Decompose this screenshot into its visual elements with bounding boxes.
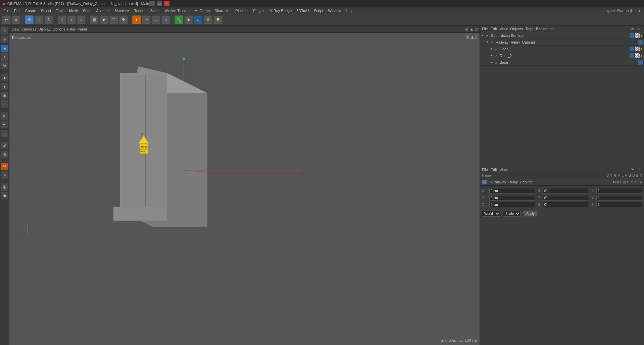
pos-z-field[interactable]: 0 cm (489, 202, 535, 207)
menu-snap[interactable]: Snap (81, 8, 94, 13)
menu-simulate[interactable]: Simulate (112, 8, 131, 13)
nav-fit-icon[interactable]: ⊕ (465, 34, 469, 40)
display-settings[interactable]: ⊞ (204, 15, 212, 24)
left-paint-tool[interactable]: 🖌 (1, 141, 9, 150)
nav-maximize-icon[interactable]: □ (476, 34, 478, 40)
move-tool[interactable]: ✛ (25, 15, 34, 24)
left-effector-tool[interactable]: ⊛ (1, 171, 9, 179)
scale-tool[interactable]: ↔ (35, 15, 43, 24)
menu-animate[interactable]: Animate (94, 8, 112, 13)
edges-mode[interactable]: ⋯ (142, 15, 151, 24)
obj-row-door1[interactable]: ▶ △ Door_1 ● (480, 46, 644, 52)
scale-x-field[interactable]: 1 (596, 188, 642, 193)
close-button[interactable]: ✕ (164, 1, 170, 6)
left-rotate-tool[interactable]: ↻ (1, 62, 9, 70)
left-spline-tool[interactable]: 〜 (1, 121, 9, 129)
snapping-button[interactable]: 🔧 (175, 15, 183, 24)
maximize-button[interactable]: □ (156, 1, 162, 6)
light-button[interactable]: 💡 (213, 15, 222, 24)
menu-select[interactable]: Select (39, 8, 53, 13)
menu-vray[interactable]: V-Ray Bridge (268, 8, 294, 13)
menu-tools[interactable]: Tools (54, 8, 66, 13)
viewport-3d[interactable]: Danger ELECTRIC SHOCK ⚡ (9, 33, 480, 345)
left-light-tool[interactable]: ◉ (1, 91, 9, 99)
menu-edit[interactable]: Edit (12, 8, 22, 13)
vp-menu-cameras[interactable]: Cameras (21, 27, 37, 31)
undo-button[interactable]: ↩ (2, 15, 11, 24)
rot-p-field[interactable]: 0° (543, 195, 589, 200)
scale-y-field[interactable]: 1 (596, 195, 642, 200)
menu-character[interactable]: Character (212, 8, 233, 13)
menu-create[interactable]: Create (23, 8, 38, 13)
viewport-shading[interactable]: □ (194, 15, 203, 24)
omgr-menu-bookmarks[interactable]: Bookmarks (536, 27, 554, 31)
viewport-icon-lock[interactable]: ⊕ (465, 27, 468, 32)
menu-pipeline[interactable]: Pipeline (233, 8, 250, 13)
render-active-view-button[interactable]: ▶ (100, 15, 108, 24)
attr-selected-object-row[interactable]: ⊕ Railway_Relay_Cabinet ✉ ⊞ ⊡ ◫ ⊟ ↗ ◁ ⊡ … (480, 178, 644, 186)
left-sphere-tool[interactable]: ● (1, 82, 9, 91)
nav-zoom-icon[interactable]: ▲ (470, 34, 475, 40)
attr-icon-2[interactable]: ✕ (636, 167, 642, 172)
menu-3dtoall[interactable]: 3DToAll (294, 8, 311, 13)
menu-script[interactable]: Script (312, 8, 325, 13)
vp-menu-display[interactable]: Display (38, 27, 50, 31)
edit-render-settings[interactable]: ⚙ (119, 15, 128, 24)
left-cube-tool[interactable]: ■ (1, 74, 9, 82)
obj-row-railway-relay-cabinet[interactable]: ▼ ⊕ Railway_Relay_Cabinet (480, 39, 644, 46)
render-to-picture-viewer[interactable]: 🎬 (109, 15, 118, 24)
redo-button[interactable]: ⊕ (12, 15, 20, 24)
menu-motion-tracker[interactable]: Motion Tracker (163, 8, 192, 13)
axis-y-button[interactable]: Y (67, 15, 76, 24)
vp-menu-options[interactable]: Options (52, 27, 65, 31)
scale-z-field[interactable]: 1 (596, 202, 642, 207)
menu-plugins[interactable]: Plugins (251, 8, 267, 13)
rotate-tool[interactable]: ↻ (44, 15, 53, 24)
obj-row-base[interactable]: ▶ △ Base (480, 59, 644, 66)
left-move-tool[interactable]: ✛ (1, 36, 9, 44)
apply-button[interactable]: Apply (523, 211, 538, 217)
menu-mograph[interactable]: MoGraph (192, 8, 212, 13)
render-region-button[interactable]: ▦ (90, 15, 99, 24)
minimize-button[interactable]: — (149, 1, 155, 6)
solo-button[interactable]: ◉ (184, 15, 193, 24)
left-extra-tool[interactable]: ⬟ (1, 192, 9, 200)
left-camera-tool[interactable]: 🎥 (1, 100, 9, 108)
menu-window[interactable]: Window (326, 8, 343, 13)
axis-z-button[interactable]: Z (77, 15, 86, 24)
menu-mesh[interactable]: Mesh (67, 8, 80, 13)
omgr-menu-objects[interactable]: Objects (510, 27, 523, 31)
left-scale-tool[interactable]: ↕ (1, 53, 9, 61)
omgr-menu-file[interactable]: File (482, 27, 488, 31)
pos-x-field[interactable]: 0 cm (489, 188, 535, 193)
omgr-menu-tags[interactable]: Tags (526, 27, 533, 31)
polygons-mode[interactable]: □ (152, 15, 160, 24)
scale-dropdown[interactable]: Scale (503, 211, 521, 217)
vp-menu-filter[interactable]: Filter (67, 27, 75, 31)
left-texture-tool[interactable]: ⊞ (1, 150, 9, 158)
left-anim-tool[interactable]: ⌘ (1, 162, 9, 170)
attr-menu-view[interactable]: View (500, 168, 508, 172)
menu-file[interactable]: File (1, 8, 11, 13)
world-dropdown[interactable]: World Object (482, 211, 500, 217)
attr-icon-1[interactable]: ✉ (629, 167, 635, 172)
viewport-icon-camera[interactable]: ▲ (470, 27, 474, 32)
omgr-icon-2[interactable]: ✕ (636, 26, 642, 32)
vp-menu-view[interactable]: View (11, 27, 19, 31)
axis-x-button[interactable]: X (57, 15, 66, 24)
vp-menu-panel[interactable]: Panel (78, 27, 87, 31)
viewport-icon-maximize[interactable]: □ (475, 27, 478, 32)
omgr-menu-view[interactable]: View (500, 27, 508, 31)
obj-row-subdivision-surface[interactable]: ▼ ◆ Subdivision Surface ● (480, 32, 644, 39)
left-object-tool[interactable]: ◈ (1, 44, 9, 52)
menu-help[interactable]: Help (344, 8, 356, 13)
object-mode[interactable]: ◇ (161, 15, 170, 24)
omgr-menu-edit[interactable]: Edit (491, 27, 497, 31)
pos-y-field[interactable]: 0 cm (489, 195, 535, 200)
attr-menu-file[interactable]: File (482, 168, 488, 172)
rot-b-field[interactable]: 0° (543, 202, 589, 207)
obj-row-door2[interactable]: ▶ △ Door_2 ● (480, 52, 644, 59)
menu-sculpt[interactable]: Sculpt (148, 8, 163, 13)
points-mode[interactable]: ● (132, 15, 141, 24)
attr-menu-edit[interactable]: Edit (491, 168, 497, 172)
